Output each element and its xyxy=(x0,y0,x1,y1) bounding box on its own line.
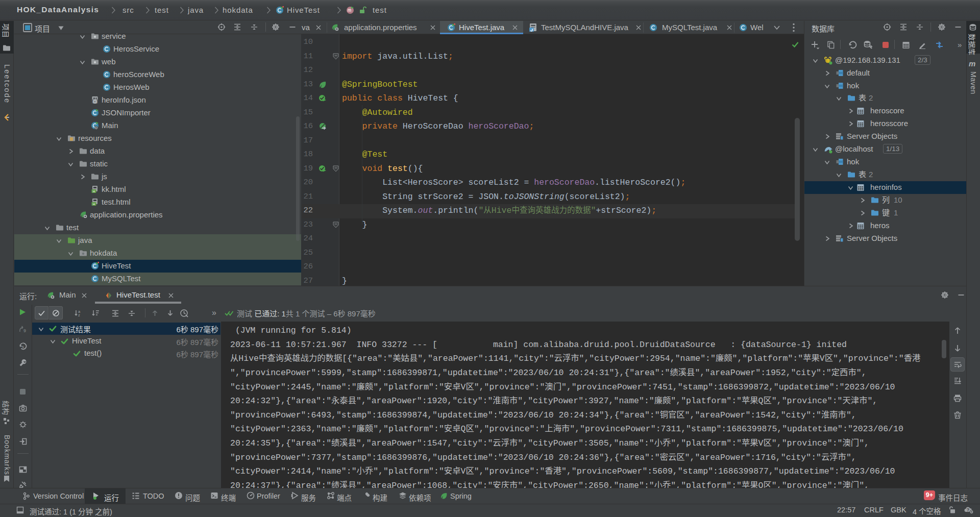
svg-text:s: s xyxy=(22,344,24,349)
svg-text:z: z xyxy=(78,313,80,317)
svg-text:9: 9 xyxy=(23,328,26,333)
svg-text:?: ? xyxy=(967,507,970,512)
svg-text:H: H xyxy=(93,203,95,206)
svg-text:{·}: {·} xyxy=(91,100,99,104)
svg-text:H: H xyxy=(93,190,95,193)
